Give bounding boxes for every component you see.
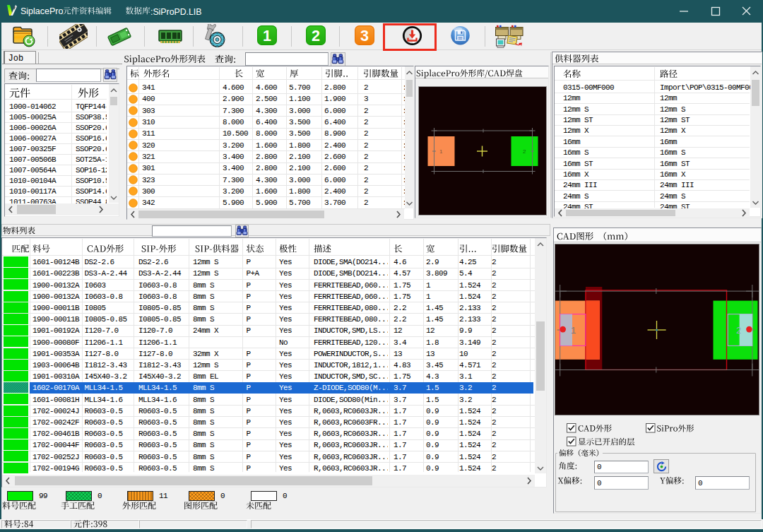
svg-text:1: 1 [571, 325, 576, 336]
svg-text:1: 1 [439, 148, 443, 155]
svg-text:1: 1 [263, 28, 271, 45]
svg-text:2: 2 [523, 148, 526, 155]
svg-text:3: 3 [360, 28, 369, 45]
svg-text:2: 2 [736, 325, 741, 336]
svg-text:2: 2 [312, 28, 320, 45]
